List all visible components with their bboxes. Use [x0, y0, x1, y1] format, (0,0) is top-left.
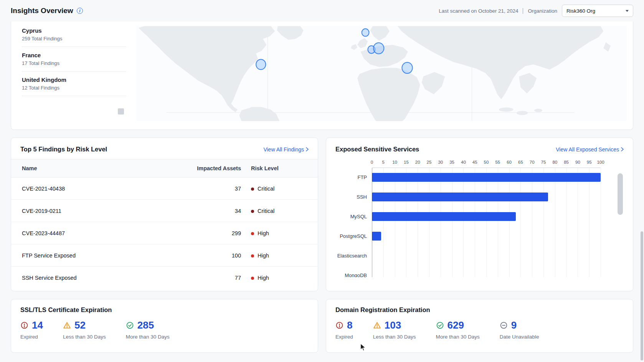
bar[interactable]	[372, 212, 516, 221]
bar-row: MySQL	[335, 207, 624, 226]
chevron-right-icon	[621, 147, 624, 151]
stat-value: 9	[511, 319, 517, 331]
column-header-name: Name	[11, 165, 176, 171]
view-all-findings-label: View All Findings	[263, 146, 304, 153]
bar[interactable]	[372, 232, 381, 241]
x-tick-label: 15	[404, 160, 409, 164]
domain-panel-title: Domain Registration Expiration	[335, 306, 624, 314]
stat-top: 14	[20, 319, 43, 331]
x-tick-label: 80	[552, 160, 557, 164]
alert-circle-icon	[335, 321, 343, 329]
stat-top: 285	[126, 319, 170, 331]
country-item[interactable]: France 17 Total Findings	[22, 47, 126, 71]
risk-label: High	[258, 275, 269, 281]
x-tick-label: 0	[371, 160, 373, 164]
domain-expiration-panel: Domain Registration Expiration 8 Expired…	[326, 299, 633, 353]
x-tick-label: 95	[587, 160, 592, 164]
x-tick-label: 20	[415, 160, 420, 164]
view-all-findings-link[interactable]: View All Findings	[263, 146, 309, 153]
risk-level-cell: High	[241, 252, 318, 259]
bar-row: FTP	[335, 168, 624, 187]
world-map-panel: Cyprus 259 Total Findings France 17 Tota…	[11, 22, 633, 130]
finding-row[interactable]: FTP Service Exposed 100 High	[11, 244, 318, 267]
map-container[interactable]	[136, 26, 627, 121]
column-header-impacted-assets: Impacted Assets	[176, 165, 241, 171]
country-total-findings: 17 Total Findings	[22, 60, 117, 66]
bar-row: SSH	[335, 187, 624, 207]
stat-value: 103	[385, 319, 401, 331]
map-marker[interactable]	[256, 59, 266, 70]
bar[interactable]	[372, 193, 548, 201]
x-tick-label: 45	[472, 160, 477, 164]
findings-table-header: Name Impacted Assets Risk Level	[11, 159, 318, 178]
stat-value: 629	[447, 319, 464, 331]
bar-row: PostgreSQL	[335, 226, 624, 246]
stat-ok: 629 More than 30 Days	[436, 319, 480, 340]
finding-name: FTP Service Exposed	[11, 252, 176, 259]
stat-value: 14	[32, 319, 43, 331]
bar-row: MongoDB	[335, 266, 624, 277]
stat-label: More than 30 Days	[126, 334, 170, 340]
country-list[interactable]: Cyprus 259 Total Findings France 17 Tota…	[11, 22, 126, 130]
stat-top: 8	[335, 319, 353, 331]
risk-dot	[251, 254, 254, 257]
map-control[interactable]	[118, 108, 124, 115]
country-item[interactable]: United Kingdom 12 Total Findings	[22, 71, 126, 96]
organization-selected-value: Risk360 Org	[566, 8, 595, 14]
bar-category-label: MongoDB	[335, 272, 372, 277]
bar-track	[372, 266, 601, 277]
finding-row[interactable]: CVE-2019-0211 34 Critical	[11, 200, 318, 222]
bar[interactable]	[372, 173, 601, 182]
risk-dot	[251, 232, 254, 235]
last-scanned-text: Last scanned on October 21, 2024	[439, 8, 518, 14]
finding-row[interactable]: CVE-2021-40438 37 Critical	[11, 178, 318, 200]
check-circle-icon	[436, 321, 444, 329]
services-panel-title: Exposed Sensitive Services	[335, 146, 419, 153]
warning-triangle-icon	[63, 321, 71, 329]
x-tick-label: 30	[438, 160, 443, 164]
bar-category-label: Elasticsearch	[335, 253, 372, 259]
bar-category-label: SSH	[335, 194, 372, 200]
country-total-findings: 259 Total Findings	[22, 36, 117, 42]
finding-row[interactable]: CVE-2023-44487 299 High	[11, 222, 318, 244]
topbar: Insights Overview i Last scanned on Octo…	[11, 0, 633, 22]
stat-top: 629	[436, 319, 480, 331]
stat-warning: 103 Less than 30 Days	[373, 319, 416, 340]
stat-value: 52	[74, 319, 86, 331]
warning-triangle-icon	[373, 321, 381, 329]
x-tick-label: 40	[461, 160, 466, 164]
column-header-risk-level: Risk Level	[241, 165, 318, 171]
middle-row: Top 5 Findings by Risk Level View All Fi…	[11, 138, 633, 291]
exposed-services-panel: Exposed Sensitive Services View All Expo…	[326, 138, 633, 291]
chart-scrollbar-thumb[interactable]	[618, 173, 623, 215]
map-marker[interactable]	[362, 29, 369, 37]
bar-rows: FTP SSH MySQL PostgreSQL Elasticsearch M…	[335, 168, 624, 277]
x-tick-label: 85	[564, 160, 569, 164]
stat-value: 8	[347, 319, 352, 331]
bar-category-label: FTP	[335, 174, 372, 180]
view-all-exposed-services-link[interactable]: View All Exposed Services	[556, 146, 624, 153]
impacted-assets-count: 34	[176, 208, 241, 214]
chevron-down-icon	[626, 10, 629, 12]
page-title: Insights Overview	[11, 7, 73, 15]
stat-label: Less than 30 Days	[373, 334, 416, 340]
bar-track	[372, 246, 601, 266]
map-marker[interactable]	[402, 62, 412, 73]
country-item[interactable]: Cyprus 259 Total Findings	[22, 22, 126, 47]
x-tick-label: 50	[484, 160, 489, 164]
page-scrollbar-thumb[interactable]	[641, 231, 643, 360]
x-tick-label: 65	[518, 160, 523, 164]
bar-row: Elasticsearch	[335, 246, 624, 266]
risk-dot	[251, 188, 254, 191]
stat-unavailable: 9 Date Unavailable	[500, 319, 539, 340]
finding-row[interactable]: SSH Service Exposed 77 High	[11, 267, 318, 289]
organization-select[interactable]: Risk360 Org	[562, 5, 633, 17]
x-tick-label: 10	[392, 160, 397, 164]
chart-viewport[interactable]: FTP SSH MySQL PostgreSQL Elasticsearch M…	[335, 168, 624, 277]
x-tick-label: 55	[495, 160, 500, 164]
info-icon[interactable]: i	[77, 8, 83, 14]
chevron-right-icon	[306, 147, 309, 151]
finding-name: CVE-2019-0211	[11, 208, 176, 214]
risk-level-cell: High	[241, 230, 318, 236]
map-marker[interactable]	[373, 43, 384, 54]
